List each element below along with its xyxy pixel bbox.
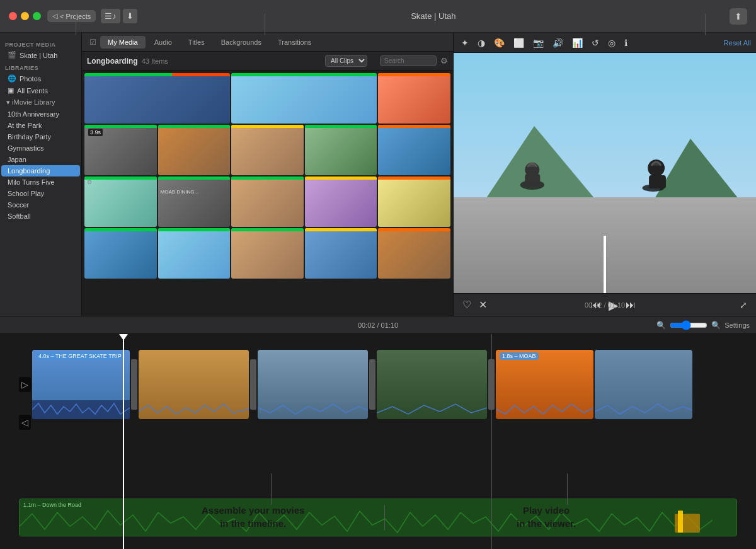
show-library-button[interactable]: ☰♪ <box>101 9 120 23</box>
item-count: 43 Items <box>142 57 168 65</box>
tab-titles[interactable]: Titles <box>181 36 212 49</box>
clip-thumb-7[interactable] <box>305 125 377 175</box>
folder-title: Longboarding <box>87 57 138 66</box>
sidebar-item-at-the-park[interactable]: At the Park <box>1 120 80 131</box>
tab-my-media[interactable]: My Media <box>100 36 146 49</box>
tab-audio[interactable]: Audio <box>147 36 180 49</box>
clip-thumb-12[interactable]: ⊙ <box>305 176 377 227</box>
minimize-button[interactable] <box>21 12 29 20</box>
waveform-svg-6 <box>595 400 692 419</box>
clip-thumb-14[interactable] <box>84 228 157 279</box>
sidebar-item-gymnastics[interactable]: Gymnastics <box>1 142 80 154</box>
color-balance-button[interactable]: ◑ <box>475 37 488 49</box>
clip-thumb-16[interactable] <box>231 228 304 279</box>
timeline-clip-2[interactable] <box>139 350 249 419</box>
like-button[interactable]: ♡ <box>459 298 475 312</box>
sidebar-item-birthday-party[interactable]: Birthday Party <box>1 131 80 142</box>
main-area: PROJECT MEDIA 🎬 Skate | Utah LIBRARIES 🌐… <box>0 33 756 549</box>
sidebar-item-longboarding[interactable]: Longboarding <box>1 165 80 176</box>
transition-handle-1[interactable] <box>131 359 137 410</box>
transition-handle-2[interactable] <box>250 359 256 410</box>
import-button[interactable]: ⬇ <box>123 9 137 23</box>
timeline: 00:02 / 01:10 🔍 🔍 Settings ◁ 4.0s – THE … <box>0 316 756 549</box>
timeline-clip-5[interactable]: 1.8s – MOAB <box>496 350 593 419</box>
search-input[interactable] <box>380 55 437 66</box>
sidebar-item-japan[interactable]: Japan <box>1 154 80 165</box>
svg-rect-8 <box>678 511 683 533</box>
timeline-zoom-slider[interactable] <box>670 320 707 330</box>
share-button[interactable]: ⬆ <box>730 8 747 25</box>
sidebar-item-school-play[interactable]: School Play <box>1 188 80 199</box>
clip-thumb-9[interactable]: ⚙ <box>84 176 157 227</box>
clip-thumb-18[interactable] <box>378 228 450 279</box>
check-icon: ☑ <box>89 38 96 47</box>
timeline-settings-button[interactable]: Settings <box>724 321 750 329</box>
clip-thumb-6[interactable] <box>231 125 304 175</box>
clip-thumb-17[interactable] <box>305 228 377 279</box>
auto-enhance-button[interactable]: ✦ <box>459 37 471 49</box>
speed-button[interactable]: ↺ <box>589 37 602 49</box>
viewer: ✦ ◑ 🎨 ⬜ 📷 🔊 📊 ↺ ◎ ℹ Reset All <box>454 33 756 316</box>
equalizer-button[interactable]: 📊 <box>570 37 585 49</box>
annotation-line-play <box>567 473 568 505</box>
waveform-svg-4 <box>377 400 487 419</box>
timeline-nav-left[interactable]: ◁ <box>19 415 31 430</box>
waveform-svg-2 <box>139 400 249 419</box>
timeline-zoom-small-icon: 🔍 <box>656 321 666 330</box>
viewer-controls: ♡ ✕ ⏮ ▶ ⏭ 00:02 / 01:10 ⤢ <box>454 293 756 316</box>
clip-5-label: 1.8s – MOAB <box>500 352 539 360</box>
timeline-nav-right[interactable]: ▷ <box>19 377 31 392</box>
tab-backgrounds[interactable]: Backgrounds <box>214 36 269 49</box>
clip-row-2: 3.9s <box>84 125 450 175</box>
clip-filter-button[interactable]: ◎ <box>605 37 618 49</box>
clip-thumb-11[interactable] <box>231 176 304 227</box>
maximize-button[interactable] <box>33 12 41 20</box>
browser-toolbar: Longboarding 43 Items All Clips ⚙ <box>82 52 453 71</box>
duration-badge: 3.9s <box>88 129 103 136</box>
fullscreen-button[interactable]: ⤢ <box>736 299 751 311</box>
audio-button[interactable]: 🔊 <box>550 37 566 49</box>
sidebar-item-10th-anniversary[interactable]: 10th Anniversary <box>1 108 80 120</box>
info-button[interactable]: ℹ <box>622 37 630 49</box>
timeline-clip-6[interactable] <box>595 350 692 419</box>
clip-thumb-8[interactable] <box>378 125 450 175</box>
film-icon: 🎬 <box>8 51 16 59</box>
sidebar-item-softball[interactable]: Softball <box>1 211 80 222</box>
sidebar-item-soccer[interactable]: Soccer <box>1 199 80 211</box>
clip-filter-select[interactable]: All Clips <box>325 55 367 67</box>
color-correction-button[interactable]: 🎨 <box>491 37 507 49</box>
sidebar-item-all-events[interactable]: ▣ All Events <box>1 84 80 96</box>
clip-thumb-1[interactable] <box>84 73 230 124</box>
sidebar-item-photos[interactable]: 🌐 Photos <box>1 72 80 84</box>
close-button[interactable] <box>9 12 17 20</box>
transition-handle-3[interactable] <box>369 359 375 410</box>
svg-rect-2 <box>525 174 540 186</box>
stabilization-button[interactable]: 📷 <box>530 37 546 49</box>
browser-settings-icon[interactable]: ⚙ <box>440 56 448 66</box>
crop-button[interactable]: ⬜ <box>511 37 527 49</box>
timeline-zoom-large-icon: 🔍 <box>711 321 721 330</box>
clip-thumb-5[interactable] <box>158 125 231 175</box>
audio-clip[interactable]: 1.1m – Down the Road <box>19 499 737 536</box>
clip-thumb-15[interactable] <box>158 228 231 279</box>
timeline-clip-4[interactable] <box>377 350 487 419</box>
tab-transitions[interactable]: Transitions <box>270 36 319 49</box>
sidebar-item-skate-utah[interactable]: 🎬 Skate | Utah <box>1 49 80 61</box>
clip-thumb-4[interactable]: 3.9s <box>84 125 157 175</box>
waveform-svg-1 <box>32 400 130 419</box>
reset-all-button[interactable]: Reset All <box>724 39 751 47</box>
sidebar-item-milo-turns-five[interactable]: Milo Turns Five <box>1 176 80 188</box>
clip-thumb-2[interactable] <box>231 73 377 124</box>
clip-thumb-10[interactable]: MOAB DINING... <box>158 176 231 227</box>
timeline-toolbar: 00:02 / 01:10 🔍 🔍 Settings <box>0 316 756 334</box>
browser-check-toggle[interactable]: ☑ <box>87 37 99 48</box>
clip-thumb-13[interactable] <box>378 176 450 227</box>
timeline-clip-1[interactable]: 4.0s – THE GREAT SKATE TRIP <box>32 350 130 419</box>
timeline-clip-3[interactable] <box>258 350 368 419</box>
clip-thumb-3[interactable] <box>378 73 450 124</box>
top-section: PROJECT MEDIA 🎬 Skate | Utah LIBRARIES 🌐… <box>0 33 756 316</box>
projects-button[interactable]: ◁ < Projects <box>47 10 96 22</box>
reject-button[interactable]: ✕ <box>475 298 491 312</box>
playhead <box>123 334 124 549</box>
sidebar-imovie-library[interactable]: ▾ iMovie Library <box>1 96 80 108</box>
